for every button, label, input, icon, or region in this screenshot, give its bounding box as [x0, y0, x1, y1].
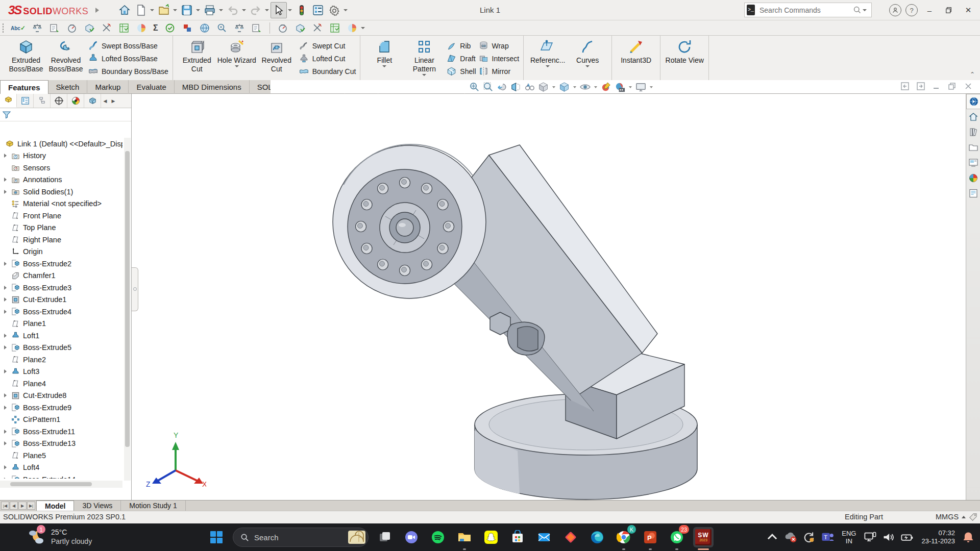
panel-tab-configurationmanager[interactable]	[34, 94, 51, 108]
tree-item-cirpattern1[interactable]: CirPattern1	[0, 414, 122, 426]
tree-item-chamfer1[interactable]: Chamfer1	[0, 270, 122, 282]
teams-icon[interactable]: T	[821, 531, 834, 544]
curves-button[interactable]: Curves	[568, 38, 607, 67]
fillet-button[interactable]: Fillet	[364, 38, 404, 67]
taskbar-app-task-view[interactable]	[375, 527, 395, 547]
qat-design-table-button[interactable]	[248, 22, 265, 34]
weather-widget[interactable]: 1 25°C Partly cloudy	[27, 527, 92, 546]
tab-evaluate[interactable]: Evaluate	[129, 80, 174, 94]
qat-sensor-pin-button[interactable]	[98, 22, 115, 34]
taskbar-app-spotify[interactable]	[428, 527, 448, 547]
tree-item-plane5[interactable]: Plane5	[0, 449, 122, 462]
expand-arrow-icon[interactable]	[4, 369, 11, 373]
command-search-box[interactable]: >_	[744, 3, 872, 17]
tree-root-item[interactable]: Link 1 (Default) <<Default>_Displ	[0, 138, 122, 150]
mirror-button[interactable]: Mirror	[478, 65, 520, 77]
tray-expand-icon[interactable]	[766, 531, 779, 544]
taskbar-app-powerpoint[interactable]: P	[640, 527, 660, 547]
wrap-button[interactable]: GDWrap	[478, 40, 520, 52]
redo-button[interactable]	[248, 2, 264, 18]
qat-measure-button[interactable]	[46, 22, 63, 34]
tree-item-solid-bodies-1-[interactable]: Solid Bodies(1)	[0, 186, 122, 198]
draft-button[interactable]: Draft	[446, 53, 476, 64]
feature-tree-vertical-scrollbar[interactable]	[124, 138, 131, 481]
volume-icon[interactable]	[882, 531, 895, 544]
expand-arrow-icon[interactable]	[4, 286, 11, 290]
revolved-boss-base-button[interactable]: Revolved Boss/Base	[46, 38, 86, 73]
user-account-icon[interactable]	[889, 4, 901, 16]
select-cursor-button[interactable]	[271, 2, 287, 18]
help-icon[interactable]: ?	[905, 4, 918, 16]
tab-scroll-left[interactable]: ◀	[101, 94, 109, 108]
status-units-selector[interactable]: MMGS	[936, 513, 959, 521]
expand-arrow-icon[interactable]	[4, 478, 11, 479]
taskpane-appearances-scenes[interactable]	[966, 170, 980, 186]
save-dropdown-icon[interactable]	[196, 9, 200, 11]
tree-item-sensors[interactable]: Sensors	[0, 162, 122, 174]
expand-arrow-icon[interactable]	[4, 297, 11, 302]
panel-tab-displaymanager[interactable]	[67, 94, 84, 108]
spell-check-button[interactable]: Abc✓	[11, 24, 26, 32]
expand-arrow-icon[interactable]	[4, 345, 11, 349]
previous-view-icon[interactable]	[496, 81, 508, 93]
model-tab-3d-views[interactable]: 3D Views	[74, 500, 121, 511]
print-dropdown-icon[interactable]	[219, 9, 223, 11]
search-highlight-thumbnail[interactable]	[348, 531, 365, 544]
zoom-to-fit-icon[interactable]	[469, 81, 480, 93]
display-style-icon[interactable]	[558, 81, 570, 93]
zoom-to-area-icon[interactable]	[482, 81, 494, 93]
restore-button[interactable]	[941, 3, 957, 17]
rotate-view-button[interactable]: Rotate View	[665, 38, 704, 65]
select-cursor-dropdown-icon[interactable]	[288, 9, 292, 11]
extruded-boss-base-button[interactable]: Extruded Boss/Base	[6, 38, 46, 73]
tab-scroll-right[interactable]: ▶	[109, 94, 117, 108]
rebuild-traffic-light-button[interactable]	[293, 2, 310, 18]
tag-icon[interactable]	[969, 513, 977, 521]
expand-arrow-icon[interactable]	[4, 393, 11, 397]
equations-button[interactable]: Σ	[153, 23, 158, 33]
open-button[interactable]	[156, 2, 172, 18]
panel-tab-cam-tree[interactable]	[84, 94, 101, 108]
next-tab-button[interactable]: ▶	[18, 502, 27, 510]
taskpane-home-pane[interactable]	[966, 109, 980, 124]
first-tab-button[interactable]: |◀	[1, 502, 9, 510]
tree-item-boss-extrude9[interactable]: Boss-Extrude9	[0, 402, 122, 414]
menu-expand-arrow-icon[interactable]	[95, 8, 99, 13]
tree-item-history[interactable]: History	[0, 150, 122, 162]
view-settings-dropdown-icon[interactable]	[650, 86, 653, 88]
search-dropdown-icon[interactable]	[863, 9, 867, 11]
intersect-button[interactable]: Intersect	[478, 53, 520, 64]
tab-sketch[interactable]: Sketch	[48, 80, 88, 94]
tree-item-boss-extrude14[interactable]: Boss-Extrude14	[0, 473, 122, 479]
panel-tab-propertymanager[interactable]	[17, 94, 34, 108]
taskpane-custom-properties[interactable]	[966, 186, 980, 201]
taskbar-app-edge[interactable]	[587, 527, 607, 547]
collapse-pane-right-icon[interactable]	[916, 82, 925, 91]
qat-curvature-button[interactable]	[291, 22, 309, 34]
qat-3d-content-button[interactable]	[344, 22, 361, 34]
taskbar-app-diamond-app[interactable]	[560, 527, 581, 547]
command-search-input[interactable]	[758, 6, 853, 15]
tree-item-plane4[interactable]: Plane4	[0, 378, 122, 390]
redo-dropdown-icon[interactable]	[265, 9, 269, 11]
taskpane-file-explorer-pane[interactable]	[966, 140, 980, 155]
expand-arrow-icon[interactable]	[4, 465, 11, 469]
linear-pattern-dropdown-icon[interactable]	[422, 74, 426, 76]
tree-item-front-plane[interactable]: Front Plane	[0, 210, 122, 222]
taskbar-app-chrome[interactable]: K	[614, 527, 634, 547]
view-orientation-icon[interactable]	[537, 81, 549, 93]
apply-scene-icon[interactable]	[614, 81, 626, 93]
qat-color-blocks-button[interactable]	[326, 22, 344, 34]
extruded-cut-button[interactable]: Extruded Cut	[177, 38, 217, 73]
qat-geometry-analysis-button[interactable]	[133, 22, 150, 34]
open-dropdown-icon[interactable]	[173, 9, 177, 11]
tree-item-boss-extrude4[interactable]: Boss-Extrude4	[0, 306, 122, 318]
view-orientation-dropdown-icon[interactable]	[552, 86, 555, 88]
swept-boss-base-button[interactable]: Swept Boss/Base	[88, 40, 168, 52]
tree-item-top-plane[interactable]: Top Plane	[0, 222, 122, 234]
model-tab-motion-study-1[interactable]: Motion Study 1	[121, 500, 185, 511]
new-document-button[interactable]	[133, 2, 149, 18]
referenc--button[interactable]: Referenc...	[528, 38, 568, 67]
language-indicator[interactable]: ENG IN	[842, 530, 856, 545]
taskbar-app-chat[interactable]	[401, 527, 422, 547]
